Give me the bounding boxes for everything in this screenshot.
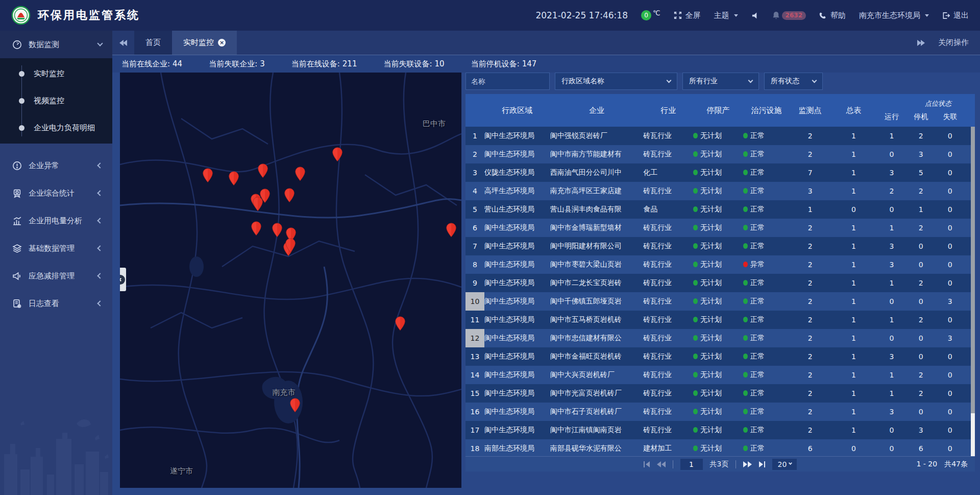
table-row[interactable]: 5 营山生态环境局 营山县润丰肉食品有限 食品 无计划 正常 1 0 0 1 0 [465,200,975,219]
row-index: 11 [465,311,484,329]
cell-lost-count: 0 [936,426,965,434]
sidebar-item-enterprise-statistics[interactable]: 企业综合统计 [0,179,112,207]
row-index: 17 [465,421,484,439]
cell-stop-count: 0 [906,242,936,250]
table-row[interactable]: 15 阆中生态环境局 阆中市光富页岩机砖厂 砖瓦行业 无计划 正常 2 1 1 … [465,384,975,403]
table-row[interactable]: 6 阆中生态环境局 阆中市金博瑞新型墙材 砖瓦行业 无计划 正常 2 1 1 2… [465,219,975,237]
map-pin[interactable] [295,167,305,181]
map-pin[interactable] [272,223,282,238]
cell-lost-count: 0 [936,444,965,453]
sidebar-item-log-view[interactable]: 日志查看 [0,290,112,317]
close-operations-button[interactable]: 关闭操作 [938,38,969,48]
cell-lost-count: 0 [936,279,965,287]
org-dropdown[interactable]: 南充市生态环境局 [859,11,929,20]
sidebar-subitem[interactable]: 实时监控 [0,60,112,87]
map-pin[interactable] [251,221,261,236]
cell-stop-count: 0 [906,261,936,269]
map-pin[interactable] [290,398,301,413]
sidebar-item-enterprise-abnormal[interactable]: 企业异常 [0,152,112,179]
tab-realtime-monitor[interactable]: 实时监控 × [172,31,237,55]
tab-close-icon[interactable]: × [218,39,226,46]
cell-limit-production: 无计划 [693,315,743,324]
tab-home[interactable]: 首页 [134,31,172,55]
table-row[interactable]: 4 高坪生态环境局 南充市高坪区王家店建 砖瓦行业 无计划 正常 3 1 2 2… [465,182,975,200]
gauge-icon [12,40,22,50]
theme-dropdown[interactable]: 主题 [714,11,738,20]
industry-select[interactable]: 所有行业 [682,73,759,90]
cell-run-count: 1 [877,279,906,287]
table-scrollbar-thumb[interactable] [971,127,975,413]
prev-page-button[interactable] [657,461,666,467]
chevron-down-icon [734,14,738,17]
column-header-stop: 停机 [906,112,936,122]
sidebar-subitem[interactable]: 视频监控 [0,87,112,114]
table-row[interactable]: 17 阆中生态环境局 阆中市江南镇阆南页岩 砖瓦行业 无计划 正常 2 1 0 … [465,421,975,439]
table-row[interactable]: 12 阆中生态环境局 阆中市忠信建材有限公 砖瓦行业 无计划 正常 2 1 0 … [465,329,975,347]
last-page-button[interactable] [759,461,765,467]
map-pin[interactable] [202,168,213,183]
sound-mute-button[interactable] [751,12,759,19]
cell-region: 阆中生态环境局 [484,260,550,269]
sidebar-submenu: 实时监控 视频监控 企业电力负荷明细 [0,58,112,144]
map-pin[interactable] [252,197,263,211]
table-row[interactable]: 16 阆中生态环境局 阆中市石子页岩机砖厂 砖瓦行业 无计划 正常 2 1 3 … [465,403,975,421]
cell-lost-count: 0 [936,224,965,232]
sidebar-item-data-monitor[interactable]: 数据监测 [0,31,112,58]
chevron-left-icon [97,245,103,251]
top-header: 环保用电监管系统 2021-02-25 17:46:18 0 ℃ 全屏 主题 [0,0,980,31]
map-pin[interactable] [258,163,268,178]
table-row[interactable]: 8 阆中生态环境局 阆中市枣碧大梁山页岩 砖瓦行业 无计划 异常 2 1 3 0… [465,255,975,274]
page-size-select[interactable]: 20 [772,459,797,470]
column-group-point-status: 点位状态 运行 停机 失联 [877,94,965,127]
cell-industry: 砖瓦行业 [643,334,693,343]
cell-lost-count: 0 [936,389,965,397]
map-collapse-toggle[interactable] [120,268,126,291]
map-pin[interactable] [229,171,239,186]
table-row[interactable]: 2 阆中生态环境局 阆中市南方节能建材有 砖瓦行业 无计划 正常 2 1 0 3… [465,145,975,163]
cell-region: 阆中生态环境局 [484,278,550,288]
map-pin[interactable] [395,316,406,331]
map-pin[interactable] [284,188,295,203]
next-page-button[interactable] [743,461,752,467]
page-number-input[interactable] [680,459,703,470]
sidebar-subitem[interactable]: 企业电力负荷明细 [0,114,112,142]
range-label: 1 - 20 [916,460,937,469]
notification-area[interactable]: 2632 [772,11,806,20]
sidebar-item-base-data[interactable]: 基础数据管理 [0,234,112,262]
status-select[interactable]: 所有状态 [764,73,823,90]
chevron-left-icon [97,273,103,278]
tabs-scroll-left-button[interactable] [112,31,134,55]
help-button[interactable]: 帮助 [819,11,846,20]
cell-lost-count: 0 [936,408,965,416]
cell-limit-production: 无计划 [693,278,743,288]
cell-monitor-points: 2 [790,408,830,416]
map-panel[interactable]: 巴中市 南充市 遂宁市 [120,73,461,488]
table-row[interactable]: 1 阆中生态环境局 阆中强锐页岩砖厂 砖瓦行业 无计划 正常 2 1 1 2 0 [465,127,975,145]
map-pin[interactable] [285,238,296,253]
table-row[interactable]: 11 阆中生态环境局 阆中市五马桥页岩机砖 砖瓦行业 无计划 正常 2 1 1 … [465,311,975,329]
fullscreen-button[interactable]: 全屏 [674,11,701,20]
map-pin[interactable] [446,223,456,238]
cell-pollution-facility: 正常 [743,370,790,380]
name-search-input[interactable] [465,73,550,90]
cell-pollution-facility: 正常 [743,186,790,196]
region-select[interactable]: 行政区域名称 [555,73,677,90]
sidebar-item-emergency-reduction[interactable]: 应急减排管理 [0,262,112,290]
status-dot-green [693,372,698,378]
table-row[interactable]: 10 阆中生态环境局 阆中千佛镇五郎垭页岩 砖瓦行业 无计划 正常 2 1 0 … [465,292,975,311]
table-row[interactable]: 9 阆中生态环境局 阆中市二龙长宝页岩砖 砖瓦行业 无计划 正常 2 1 1 2… [465,274,975,292]
facility-status-dot [743,409,748,414]
temperature: 0 ℃ [641,10,660,20]
table-row[interactable]: 13 阆中生态环境局 阆中市金福旺页岩机砖 砖瓦行业 无计划 正常 2 1 3 … [465,347,975,366]
table-row[interactable]: 7 阆中生态环境局 阆中明阳建材有限公司 砖瓦行业 无计划 正常 2 1 3 0… [465,237,975,255]
table-scrollbar-track[interactable] [971,127,975,456]
table-row[interactable]: 14 阆中生态环境局 阆中大兴页岩机砖厂 砖瓦行业 无计划 正常 2 1 1 2… [465,366,975,384]
tabs-scroll-right-button[interactable] [917,40,925,46]
first-page-button[interactable] [644,461,650,467]
logout-button[interactable]: 退出 [942,11,969,20]
table-row[interactable]: 18 南部生态环境局 南部县砚华水泥有限公 建材加工 无计划 正常 6 0 0 … [465,439,975,456]
map-pin[interactable] [332,147,343,162]
sidebar-item-power-analysis[interactable]: 企业用电量分析 [0,207,112,234]
status-dot-green [693,225,698,230]
table-row[interactable]: 3 仪陇生态环境局 西南油气田分公司川中 化工 无计划 正常 7 1 3 5 0 [465,163,975,182]
